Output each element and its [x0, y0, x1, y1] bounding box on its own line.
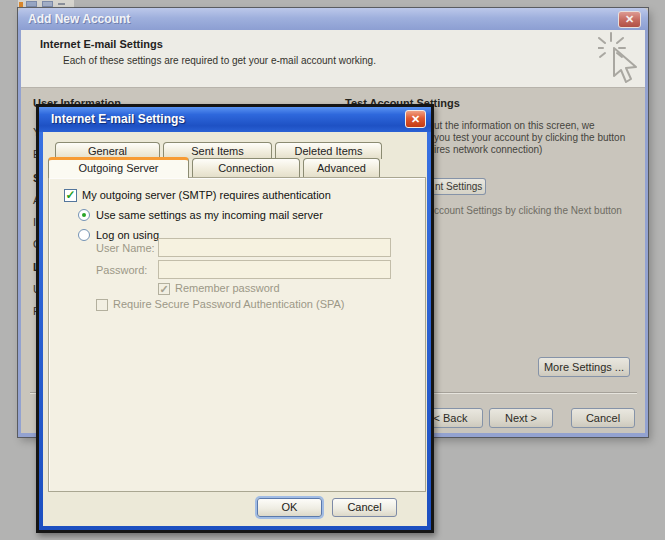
toolbar-icon [26, 1, 37, 7]
tab-deleted-items[interactable]: Deleted Items [275, 142, 382, 159]
dialog-chrome: Internet E-mail Settings ✕ General Sent … [39, 107, 431, 530]
spa-label: Require Secure Password Authentication (… [113, 298, 345, 310]
background-toolbar-fragment [18, 0, 74, 8]
cancel-button[interactable]: Cancel [571, 408, 635, 428]
test-text-line1: ut the information on this screen, we [434, 120, 595, 131]
dialog-title: Internet E-mail Settings [51, 112, 185, 126]
test-text-line2: you test your account by clicking the bu… [434, 132, 625, 143]
test-next-note: ccount Settings by clicking the Next but… [434, 205, 622, 216]
internet-email-settings-dialog: Internet E-mail Settings ✕ General Sent … [36, 104, 434, 533]
password-label: Password: [96, 264, 147, 276]
close-icon[interactable]: ✕ [618, 11, 641, 28]
radio-use-same-settings[interactable] [78, 209, 90, 221]
radio-dot [82, 213, 86, 217]
window-title: Add New Account [28, 12, 130, 26]
smtp-auth-label: My outgoing server (SMTP) requires authe… [82, 189, 331, 201]
spa-checkbox [96, 299, 108, 311]
close-icon[interactable]: ✕ [405, 110, 426, 128]
wizard-header-subtitle: Each of these settings are required to g… [63, 55, 376, 66]
smtp-auth-checkbox[interactable]: ✓ [64, 189, 77, 202]
window-border [645, 30, 648, 433]
window-titlebar: Add New Account ✕ [18, 8, 648, 30]
more-settings-button[interactable]: More Settings ... [538, 357, 630, 377]
click-cursor-icon [598, 32, 648, 88]
tab-advanced[interactable]: Advanced [303, 158, 380, 177]
remember-password-checkbox: ✓ [158, 283, 170, 295]
toolbar-icon [58, 3, 65, 5]
user-name-label: User Name: [96, 242, 155, 254]
tab-connection[interactable]: Connection [192, 158, 300, 177]
dialog-content: General Sent Items Deleted Items Outgoin… [43, 132, 427, 526]
ok-button[interactable]: OK [257, 498, 322, 517]
next-button[interactable]: Next > [489, 408, 553, 428]
toolbar-icon [19, 2, 23, 7]
test-text-line3: ires network connection) [434, 144, 542, 155]
toolbar-icon [42, 1, 53, 7]
user-name-input [158, 238, 391, 257]
radio-use-same-settings-label: Use same settings as my incoming mail se… [96, 209, 323, 221]
dialog-titlebar: Internet E-mail Settings ✕ [39, 107, 431, 132]
radio-log-on-using-label: Log on using [96, 229, 159, 241]
wizard-header: Internet E-mail Settings Each of these s… [21, 30, 645, 88]
dialog-cancel-button[interactable]: Cancel [332, 498, 397, 517]
password-input [158, 260, 391, 279]
wizard-header-title: Internet E-mail Settings [40, 38, 163, 50]
outgoing-server-panel: ✓ My outgoing server (SMTP) requires aut… [48, 177, 426, 492]
radio-log-on-using[interactable] [78, 229, 90, 241]
tab-outgoing-server[interactable]: Outgoing Server [48, 157, 189, 178]
test-account-settings-button[interactable]: nt Settings ... [434, 178, 486, 195]
remember-password-label: Remember password [175, 282, 280, 294]
